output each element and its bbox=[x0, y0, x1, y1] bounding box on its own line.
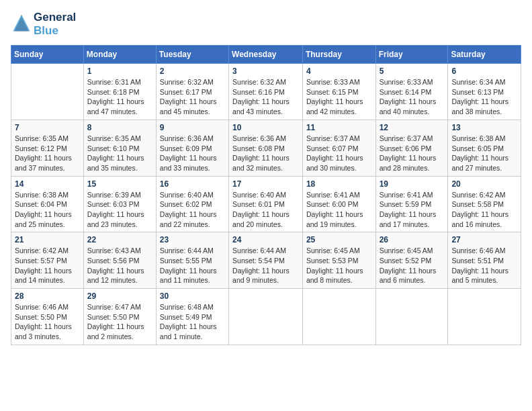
day-number: 2 bbox=[160, 66, 225, 76]
week-row-1: 1Sunrise: 6:31 AM Sunset: 6:18 PM Daylig… bbox=[11, 64, 521, 120]
calendar-cell: 17Sunrise: 6:40 AM Sunset: 6:01 PM Dayli… bbox=[229, 176, 303, 232]
day-number: 14 bbox=[15, 179, 80, 189]
day-info: Sunrise: 6:37 AM Sunset: 6:07 PM Dayligh… bbox=[306, 134, 372, 173]
calendar-cell: 25Sunrise: 6:45 AM Sunset: 5:53 PM Dayli… bbox=[302, 232, 375, 289]
day-info: Sunrise: 6:46 AM Sunset: 5:51 PM Dayligh… bbox=[451, 246, 517, 285]
calendar-cell: 9Sunrise: 6:36 AM Sunset: 6:09 PM Daylig… bbox=[156, 120, 228, 176]
calendar-cell bbox=[448, 289, 521, 345]
day-number: 17 bbox=[232, 179, 299, 189]
calendar-cell: 6Sunrise: 6:34 AM Sunset: 6:13 PM Daylig… bbox=[448, 64, 521, 120]
day-number: 24 bbox=[232, 235, 299, 244]
calendar-cell: 10Sunrise: 6:36 AM Sunset: 6:08 PM Dayli… bbox=[229, 120, 303, 176]
column-header-sunday: Sunday bbox=[11, 46, 84, 64]
day-info: Sunrise: 6:34 AM Sunset: 6:13 PM Dayligh… bbox=[451, 77, 517, 117]
calendar-cell: 26Sunrise: 6:45 AM Sunset: 5:52 PM Dayli… bbox=[375, 232, 448, 289]
day-number: 12 bbox=[380, 123, 445, 132]
calendar-cell: 24Sunrise: 6:44 AM Sunset: 5:54 PM Dayli… bbox=[229, 232, 303, 289]
day-number: 20 bbox=[451, 179, 517, 189]
day-number: 18 bbox=[306, 179, 372, 189]
day-info: Sunrise: 6:42 AM Sunset: 5:58 PM Dayligh… bbox=[451, 190, 517, 230]
day-info: Sunrise: 6:36 AM Sunset: 6:08 PM Dayligh… bbox=[232, 134, 299, 173]
day-number: 8 bbox=[87, 123, 152, 132]
day-info: Sunrise: 6:36 AM Sunset: 6:09 PM Dayligh… bbox=[160, 134, 225, 173]
calendar-cell: 8Sunrise: 6:35 AM Sunset: 6:10 PM Daylig… bbox=[83, 120, 156, 176]
day-info: Sunrise: 6:45 AM Sunset: 5:52 PM Dayligh… bbox=[380, 246, 445, 285]
page-header: General Blue bbox=[11, 11, 521, 37]
calendar-cell: 3Sunrise: 6:32 AM Sunset: 6:16 PM Daylig… bbox=[229, 64, 303, 120]
day-info: Sunrise: 6:35 AM Sunset: 6:10 PM Dayligh… bbox=[87, 134, 152, 173]
logo-general: General bbox=[34, 11, 76, 24]
day-number: 28 bbox=[15, 291, 80, 301]
column-header-monday: Monday bbox=[83, 46, 156, 64]
calendar-cell: 11Sunrise: 6:37 AM Sunset: 6:07 PM Dayli… bbox=[302, 120, 375, 176]
calendar-cell: 28Sunrise: 6:46 AM Sunset: 5:50 PM Dayli… bbox=[11, 289, 84, 345]
day-number: 26 bbox=[380, 235, 445, 244]
calendar-cell: 23Sunrise: 6:44 AM Sunset: 5:55 PM Dayli… bbox=[156, 232, 228, 289]
day-info: Sunrise: 6:32 AM Sunset: 6:16 PM Dayligh… bbox=[232, 77, 299, 117]
calendar-cell: 18Sunrise: 6:41 AM Sunset: 6:00 PM Dayli… bbox=[302, 176, 375, 232]
logo-icon bbox=[12, 13, 31, 32]
day-number: 1 bbox=[87, 66, 152, 76]
calendar-cell: 21Sunrise: 6:42 AM Sunset: 5:57 PM Dayli… bbox=[11, 232, 84, 289]
calendar-cell: 15Sunrise: 6:39 AM Sunset: 6:03 PM Dayli… bbox=[83, 176, 156, 232]
calendar-cell: 27Sunrise: 6:46 AM Sunset: 5:51 PM Dayli… bbox=[448, 232, 521, 289]
logo-blue: Blue bbox=[34, 24, 58, 37]
day-info: Sunrise: 6:37 AM Sunset: 6:06 PM Dayligh… bbox=[380, 134, 445, 173]
column-header-friday: Friday bbox=[375, 46, 448, 64]
day-number: 22 bbox=[87, 235, 152, 244]
day-info: Sunrise: 6:39 AM Sunset: 6:03 PM Dayligh… bbox=[87, 190, 152, 230]
day-info: Sunrise: 6:33 AM Sunset: 6:14 PM Dayligh… bbox=[380, 77, 445, 117]
logo: General Blue bbox=[11, 11, 76, 37]
day-number: 29 bbox=[87, 291, 152, 301]
day-info: Sunrise: 6:42 AM Sunset: 5:57 PM Dayligh… bbox=[15, 246, 80, 285]
week-row-4: 21Sunrise: 6:42 AM Sunset: 5:57 PM Dayli… bbox=[11, 232, 521, 289]
calendar-cell bbox=[11, 64, 84, 120]
week-row-3: 14Sunrise: 6:38 AM Sunset: 6:04 PM Dayli… bbox=[11, 176, 521, 232]
calendar-cell: 5Sunrise: 6:33 AM Sunset: 6:14 PM Daylig… bbox=[375, 64, 448, 120]
day-number: 16 bbox=[160, 179, 225, 189]
calendar-cell: 7Sunrise: 6:35 AM Sunset: 6:12 PM Daylig… bbox=[11, 120, 84, 176]
column-header-tuesday: Tuesday bbox=[156, 46, 228, 64]
column-header-thursday: Thursday bbox=[302, 46, 375, 64]
day-number: 23 bbox=[160, 235, 225, 244]
day-info: Sunrise: 6:35 AM Sunset: 6:12 PM Dayligh… bbox=[15, 134, 80, 173]
day-number: 25 bbox=[306, 235, 372, 244]
week-row-2: 7Sunrise: 6:35 AM Sunset: 6:12 PM Daylig… bbox=[11, 120, 521, 176]
calendar-table: SundayMondayTuesdayWednesdayThursdayFrid… bbox=[11, 45, 521, 345]
day-number: 5 bbox=[380, 66, 445, 76]
day-info: Sunrise: 6:41 AM Sunset: 5:59 PM Dayligh… bbox=[380, 190, 445, 230]
calendar-cell: 4Sunrise: 6:33 AM Sunset: 6:15 PM Daylig… bbox=[302, 64, 375, 120]
day-number: 21 bbox=[15, 235, 80, 244]
day-number: 10 bbox=[232, 123, 299, 132]
day-info: Sunrise: 6:47 AM Sunset: 5:50 PM Dayligh… bbox=[87, 302, 152, 342]
day-number: 7 bbox=[15, 123, 80, 132]
day-info: Sunrise: 6:38 AM Sunset: 6:04 PM Dayligh… bbox=[15, 190, 80, 230]
calendar-cell: 2Sunrise: 6:32 AM Sunset: 6:17 PM Daylig… bbox=[156, 64, 228, 120]
calendar-cell: 14Sunrise: 6:38 AM Sunset: 6:04 PM Dayli… bbox=[11, 176, 84, 232]
calendar-cell: 12Sunrise: 6:37 AM Sunset: 6:06 PM Dayli… bbox=[375, 120, 448, 176]
day-info: Sunrise: 6:38 AM Sunset: 6:05 PM Dayligh… bbox=[451, 134, 517, 173]
day-info: Sunrise: 6:45 AM Sunset: 5:53 PM Dayligh… bbox=[306, 246, 372, 285]
calendar-cell: 29Sunrise: 6:47 AM Sunset: 5:50 PM Dayli… bbox=[83, 289, 156, 345]
day-number: 13 bbox=[451, 123, 517, 132]
calendar-cell: 1Sunrise: 6:31 AM Sunset: 6:18 PM Daylig… bbox=[83, 64, 156, 120]
calendar-cell: 13Sunrise: 6:38 AM Sunset: 6:05 PM Dayli… bbox=[448, 120, 521, 176]
calendar-cell: 22Sunrise: 6:43 AM Sunset: 5:56 PM Dayli… bbox=[83, 232, 156, 289]
day-number: 6 bbox=[451, 66, 517, 76]
day-info: Sunrise: 6:40 AM Sunset: 6:02 PM Dayligh… bbox=[160, 190, 225, 230]
day-info: Sunrise: 6:46 AM Sunset: 5:50 PM Dayligh… bbox=[15, 302, 80, 342]
week-row-5: 28Sunrise: 6:46 AM Sunset: 5:50 PM Dayli… bbox=[11, 289, 521, 345]
day-number: 15 bbox=[87, 179, 152, 189]
calendar-cell bbox=[302, 289, 375, 345]
calendar-cell: 30Sunrise: 6:48 AM Sunset: 5:49 PM Dayli… bbox=[156, 289, 228, 345]
column-header-wednesday: Wednesday bbox=[229, 46, 303, 64]
day-info: Sunrise: 6:33 AM Sunset: 6:15 PM Dayligh… bbox=[306, 77, 372, 117]
calendar-cell bbox=[375, 289, 448, 345]
day-info: Sunrise: 6:32 AM Sunset: 6:17 PM Dayligh… bbox=[160, 77, 225, 117]
day-info: Sunrise: 6:40 AM Sunset: 6:01 PM Dayligh… bbox=[232, 190, 299, 230]
day-number: 27 bbox=[451, 235, 517, 244]
day-number: 3 bbox=[232, 66, 299, 76]
day-number: 9 bbox=[160, 123, 225, 132]
day-info: Sunrise: 6:31 AM Sunset: 6:18 PM Dayligh… bbox=[87, 77, 152, 117]
calendar-cell: 16Sunrise: 6:40 AM Sunset: 6:02 PM Dayli… bbox=[156, 176, 228, 232]
